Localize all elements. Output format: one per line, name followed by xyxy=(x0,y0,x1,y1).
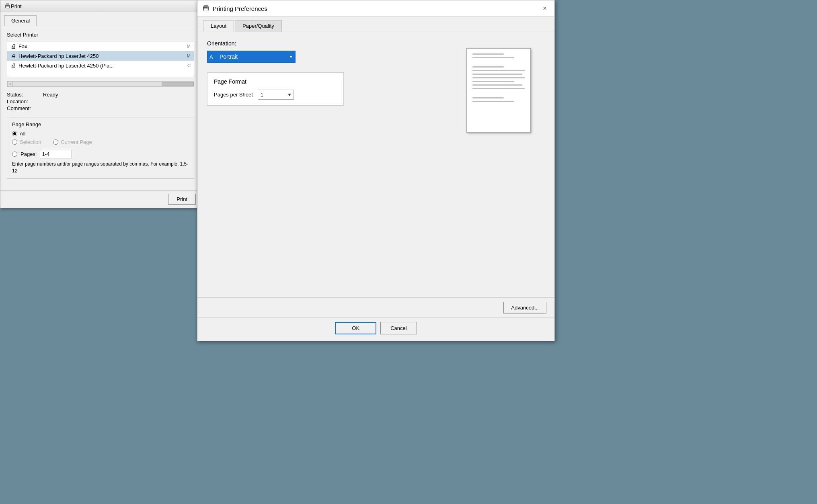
prefs-right-panel xyxy=(452,40,545,289)
prefs-ok-cancel: OK Cancel xyxy=(197,318,554,341)
radio-pages-label: Pages: xyxy=(21,151,37,157)
printer-item-hp4250-pla[interactable]: 🖨 Hewlett-Packard hp LaserJet 4250 (Pla.… xyxy=(7,61,194,70)
print-title-text: Print xyxy=(11,3,22,9)
hp4250-pla-extra: C xyxy=(187,63,191,68)
radio-selection[interactable] xyxy=(12,139,17,145)
preview-line-8 xyxy=(472,84,522,86)
prefs-left-panel: Orientation: A Portrait Landscape ▾ Page… xyxy=(207,40,440,289)
orientation-select[interactable]: Portrait Landscape xyxy=(207,51,296,63)
hp4250-pla-icon: 🖨 xyxy=(10,62,16,69)
fax-icon: 🖨 xyxy=(10,43,16,49)
page-preview xyxy=(466,48,531,133)
tab-paper-quality[interactable]: Paper/Quality xyxy=(235,20,282,32)
prefs-ok-button[interactable]: OK xyxy=(335,322,376,334)
radio-row-current: Current Page xyxy=(53,139,92,145)
radio-pages[interactable] xyxy=(12,152,17,157)
hp4250-extra: M xyxy=(187,53,191,58)
svg-point-3 xyxy=(8,6,9,6)
printer-item-hp4250[interactable]: 🖨 Hewlett-Packard hp LaserJet 4250 M xyxy=(7,51,194,61)
printer-info: Status: Ready Location: Comment: xyxy=(7,92,194,111)
radio-selection-label: Selection xyxy=(20,139,41,145)
radio-all[interactable] xyxy=(12,131,17,136)
pages-per-sheet-select[interactable]: 1 2 4 6 9 16 xyxy=(258,90,294,100)
preview-line-4 xyxy=(472,70,525,71)
prefs-body: Orientation: A Portrait Landscape ▾ Page… xyxy=(197,32,554,297)
comment-value xyxy=(43,105,194,111)
preview-line-2 xyxy=(472,57,514,58)
page-range-box: Page Range All Selection Current Page Pa… xyxy=(7,117,194,179)
scroll-thumb xyxy=(162,82,194,86)
two-radios-row: Selection Current Page xyxy=(12,139,189,148)
fax-extra: M xyxy=(187,44,191,49)
status-value: Ready xyxy=(43,92,194,98)
printer-scrollbar[interactable]: ‹ xyxy=(7,81,194,87)
hp4250-name: Hewlett-Packard hp LaserJet 4250 xyxy=(18,53,185,59)
orientation-label: Orientation: xyxy=(207,40,440,47)
preview-line-6 xyxy=(472,77,525,78)
status-label: Status: xyxy=(7,92,43,98)
print-content: Select Printer 🖨 Fax M 🖨 Hewlett-Packard… xyxy=(0,26,201,190)
preview-line-10 xyxy=(472,97,504,98)
print-dialog: Print General Select Printer 🖨 Fax M 🖨 H… xyxy=(0,0,201,208)
preview-line-7 xyxy=(472,81,514,82)
tab-general[interactable]: General xyxy=(4,15,37,26)
select-printer-label: Select Printer xyxy=(7,32,194,38)
pages-per-sheet-row: Pages per Sheet 1 2 4 6 9 16 xyxy=(214,90,337,100)
scroll-track xyxy=(13,82,194,86)
svg-point-7 xyxy=(207,7,208,8)
svg-rect-6 xyxy=(204,8,208,11)
scroll-left[interactable]: ‹ xyxy=(7,81,13,87)
prefs-cancel-button[interactable]: Cancel xyxy=(380,322,417,334)
print-tab-bar: General xyxy=(0,12,201,26)
fax-name: Fax xyxy=(18,43,185,49)
print-title-bar: Print xyxy=(0,0,201,12)
prefs-title-text: Printing Preferences xyxy=(213,5,267,12)
print-button[interactable]: Print xyxy=(168,194,196,205)
radio-current-page[interactable] xyxy=(53,139,58,145)
printer-list: 🖨 Fax M 🖨 Hewlett-Packard hp LaserJet 42… xyxy=(7,41,194,77)
pages-input[interactable] xyxy=(40,150,72,158)
print-title-icon xyxy=(4,3,11,9)
prefs-footer: Advanced... xyxy=(197,297,554,318)
svg-rect-5 xyxy=(204,5,208,7)
preview-line-11 xyxy=(472,101,514,102)
svg-rect-1 xyxy=(6,3,9,5)
comment-label: Comment: xyxy=(7,105,43,111)
prefs-title-left: Printing Preferences xyxy=(202,5,267,12)
radio-row-selection: Selection xyxy=(12,139,41,145)
print-dialog-buttons: Print xyxy=(0,190,201,208)
prefs-close-button[interactable]: × xyxy=(540,4,550,13)
preview-line-3 xyxy=(472,66,504,68)
prefs-title-icon xyxy=(202,5,209,12)
pages-per-sheet-label: Pages per Sheet xyxy=(214,92,253,98)
preview-line-9 xyxy=(472,88,525,89)
radio-current-label: Current Page xyxy=(61,139,92,145)
svg-rect-2 xyxy=(6,6,9,8)
hp4250-icon: 🖨 xyxy=(10,53,16,59)
pages-row: Pages: xyxy=(12,150,189,158)
location-value xyxy=(43,98,194,104)
radio-row-all: All xyxy=(12,131,189,137)
prefs-tab-bar: Layout Paper/Quality xyxy=(197,17,554,32)
advanced-button[interactable]: Advanced... xyxy=(503,302,546,313)
preview-line-1 xyxy=(472,53,504,55)
orientation-dropdown: A Portrait Landscape ▾ xyxy=(207,51,296,63)
hp4250-pla-name: Hewlett-Packard hp LaserJet 4250 (Pla... xyxy=(18,63,186,69)
page-format-title: Page Format xyxy=(214,78,337,85)
printing-preferences-dialog: Printing Preferences × Layout Paper/Qual… xyxy=(197,0,555,341)
page-format-section: Page Format Pages per Sheet 1 2 4 6 9 16 xyxy=(207,72,344,106)
preview-spacer-1 xyxy=(472,61,525,64)
preview-spacer-2 xyxy=(472,92,525,95)
page-range-title: Page Range xyxy=(12,121,189,127)
prefs-title-bar: Printing Preferences × xyxy=(197,0,554,17)
location-label: Location: xyxy=(7,98,43,104)
preview-line-5 xyxy=(472,74,522,75)
tab-layout[interactable]: Layout xyxy=(203,20,234,32)
printer-item-fax[interactable]: 🖨 Fax M xyxy=(7,41,194,51)
radio-all-label: All xyxy=(20,131,25,137)
page-range-hint: Enter page numbers and/or page ranges se… xyxy=(12,161,189,174)
